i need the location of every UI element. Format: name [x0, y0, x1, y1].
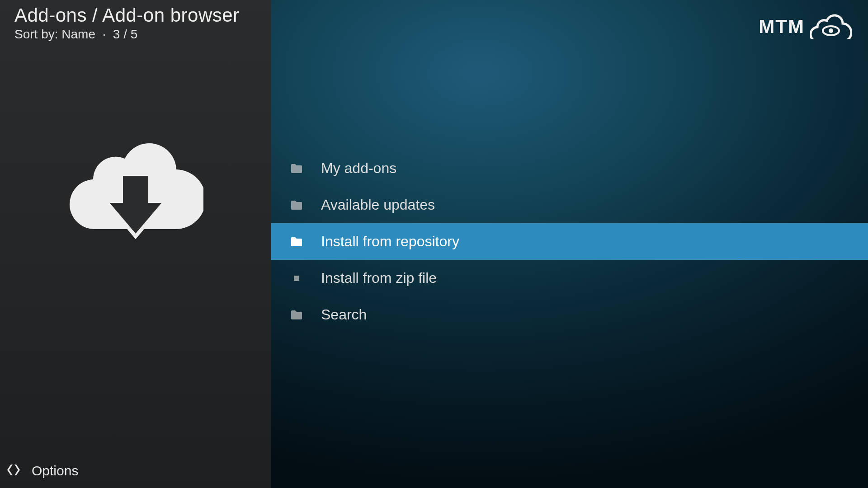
menu-list: My add-ons Available updates Install fro…	[271, 150, 868, 333]
options-icon	[6, 463, 21, 479]
folder-icon	[289, 235, 304, 249]
sort-line: Sort by: Name · 3 / 5	[14, 27, 240, 42]
menu-item-label: Available updates	[321, 197, 435, 213]
app-root: Options My add-ons Available updates	[0, 0, 868, 488]
menu-item-available-updates[interactable]: Available updates	[271, 187, 868, 223]
menu-item-label: My add-ons	[321, 160, 396, 177]
svg-rect-0	[294, 276, 299, 281]
separator: ·	[103, 27, 106, 41]
menu-item-search[interactable]: Search	[271, 296, 868, 333]
cloud-eye-icon	[810, 13, 852, 41]
svg-point-2	[829, 28, 833, 33]
sort-label: Sort by: Name	[14, 27, 95, 41]
folder-icon	[289, 161, 304, 176]
logo-text: MTM	[759, 16, 805, 38]
header: Add-ons / Add-on browser Sort by: Name ·…	[14, 5, 240, 42]
options-button[interactable]: Options	[6, 463, 78, 479]
menu-item-label: Search	[321, 306, 367, 323]
folder-icon	[289, 308, 304, 322]
file-icon	[289, 271, 304, 286]
right-panel: My add-ons Available updates Install fro…	[271, 0, 868, 488]
breadcrumb: Add-ons / Add-on browser	[14, 5, 240, 26]
menu-item-label: Install from repository	[321, 233, 459, 250]
menu-item-label: Install from zip file	[321, 270, 437, 286]
options-label: Options	[32, 463, 78, 479]
menu-item-install-from-zip[interactable]: Install from zip file	[271, 260, 868, 296]
menu-item-my-addons[interactable]: My add-ons	[271, 150, 868, 187]
position-indicator: 3 / 5	[113, 27, 137, 41]
folder-icon	[289, 198, 304, 212]
logo: MTM	[759, 13, 852, 41]
left-panel: Options	[0, 0, 271, 488]
menu-item-install-from-repository[interactable]: Install from repository	[271, 223, 868, 260]
cloud-download-icon	[68, 115, 203, 242]
